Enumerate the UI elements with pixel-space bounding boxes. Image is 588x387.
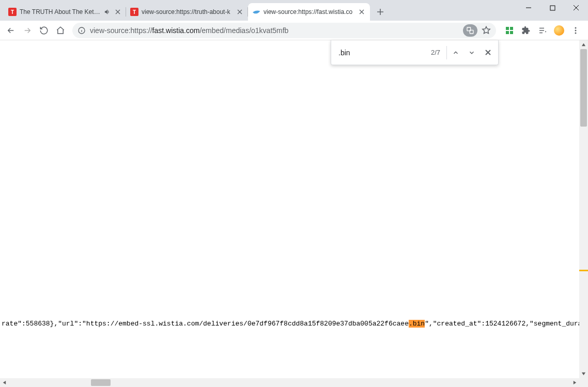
titlebar: T The TRUTH About The Ketog T view-sourc…	[0, 0, 588, 21]
svg-rect-0	[550, 6, 555, 10]
favicon-wistia-icon	[252, 8, 260, 16]
toolbar: view-source:https://fast.wistia.com/embe…	[0, 21, 588, 40]
extension-grid-icon[interactable]	[502, 23, 517, 38]
vertical-scrollbar[interactable]	[579, 40, 588, 378]
home-button[interactable]	[53, 23, 68, 38]
find-match-count: 2/7	[431, 49, 444, 56]
new-tab-button[interactable]	[373, 5, 388, 19]
address-bar[interactable]: view-source:https://fast.wistia.com/embe…	[72, 23, 496, 38]
reading-list-icon[interactable]	[535, 23, 550, 38]
back-button[interactable]	[3, 23, 19, 38]
tab-title: The TRUTH About The Ketog	[20, 8, 100, 16]
source-view[interactable]: rate":558638},"url":"https://embed-ssl.w…	[0, 40, 579, 378]
separator	[446, 46, 447, 59]
find-close-button[interactable]	[481, 44, 495, 61]
tab-close-button[interactable]	[114, 8, 122, 16]
chrome-menu-button[interactable]	[568, 23, 583, 38]
vertical-scroll-thumb[interactable]	[580, 49, 587, 127]
source-line: rate":558638},"url":"https://embed-ssl.w…	[0, 320, 579, 328]
find-prev-button[interactable]	[449, 44, 463, 61]
tab-close-button[interactable]	[358, 8, 366, 16]
scroll-corner	[579, 378, 588, 387]
find-match-highlight: .bin	[409, 320, 425, 328]
maximize-button[interactable]	[540, 0, 564, 16]
site-info-icon[interactable]	[78, 26, 86, 35]
page-viewport: rate":558638},"url":"https://embed-ssl.w…	[0, 40, 588, 387]
scroll-up-button[interactable]	[579, 40, 588, 49]
horizontal-scrollbar[interactable]	[0, 378, 579, 387]
tab-1[interactable]: T The TRUTH About The Ketog	[4, 3, 126, 21]
favicon-t-icon: T	[130, 8, 138, 16]
scroll-down-button[interactable]	[579, 369, 588, 378]
svg-point-5	[575, 29, 577, 31]
tab-title: view-source:https://truth-about-k	[142, 8, 233, 16]
svg-point-6	[575, 32, 577, 34]
bookmark-star-icon[interactable]	[482, 26, 491, 35]
tab-title: view-source:https://fast.wistia.co	[264, 8, 354, 16]
minimize-button[interactable]	[517, 0, 540, 16]
svg-point-4	[575, 27, 577, 28]
tab-2[interactable]: T view-source:https://truth-about-k	[126, 3, 248, 21]
audio-playing-icon[interactable]	[103, 8, 111, 16]
tab-3-active[interactable]: view-source:https://fast.wistia.co	[248, 3, 370, 21]
reload-button[interactable]	[36, 23, 52, 38]
scroll-right-button[interactable]	[570, 378, 579, 387]
extensions-puzzle-icon[interactable]	[519, 23, 533, 38]
scroll-left-button[interactable]	[0, 378, 9, 387]
extensions-area	[500, 23, 585, 38]
find-next-button[interactable]	[465, 44, 479, 61]
url-text: view-source:https://fast.wistia.com/embe…	[90, 26, 459, 35]
translate-icon[interactable]	[463, 24, 477, 37]
extension-orange-icon[interactable]	[552, 23, 566, 38]
find-input[interactable]	[338, 49, 429, 57]
favicon-t-icon: T	[8, 8, 17, 16]
close-window-button[interactable]	[564, 0, 588, 16]
horizontal-scroll-thumb[interactable]	[91, 379, 111, 386]
find-in-page-bar: 2/7	[331, 40, 499, 65]
window-controls	[517, 0, 588, 16]
forward-button[interactable]	[20, 23, 35, 38]
find-match-marker	[579, 270, 588, 271]
tab-close-button[interactable]	[236, 8, 244, 16]
tab-strip: T The TRUTH About The Ketog T view-sourc…	[0, 0, 388, 21]
